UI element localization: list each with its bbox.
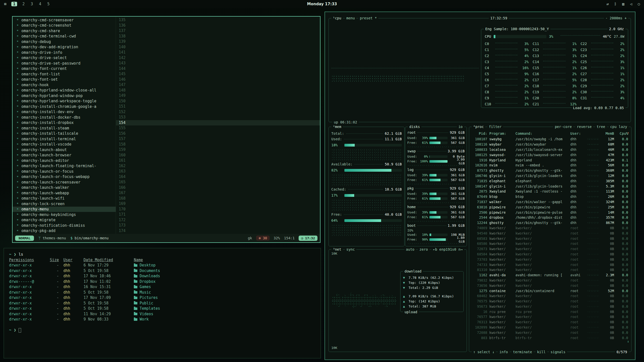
filetree-item[interactable]: * omarchy-launch-screensaver [13,179,116,185]
scroll-up-indicator[interactable]: ↑ [627,131,629,135]
process-row[interactable]: 68584 kworker/ kworker/ root 0B 0.0 [471,252,630,257]
process-row[interactable]: 76313 kworker/ kworker/ root 0B 0.0 [471,320,630,325]
filetree-item[interactable]: * omarchy-dev-add-migration [13,44,116,50]
filetree-item[interactable]: * omarchy-launch-browser [13,153,116,158]
process-row[interactable]: 12244 ghostty /usr/bin/ghostty --gtk- dh… [471,220,630,225]
process-row[interactable]: 108147 glycin-i /usr/lib/glycin-loaders … [471,184,630,189]
filetree-item[interactable]: * omarchy-install-tailscale [13,131,116,137]
filetree-item[interactable]: * omarchy-launch-about [13,147,116,153]
filetree-item[interactable]: * omarchy-install-docker-dbs [13,115,116,120]
process-row[interactable]: 87649 btop btop dhh 26M 0.0 [471,194,630,199]
info-button[interactable]: info [498,350,509,354]
interface-selector[interactable]: ←b enp191s0 n→ [431,247,464,252]
process-row[interactable]: 102099 kworker/ kworker/ root 0B 0.0 [471,325,630,330]
filetree-item[interactable]: * omarchy-install-dev-env [13,109,116,115]
filetree-item[interactable]: * omarchy-install-chromium-google-a [13,104,116,109]
workspace-button[interactable]: 5 [47,2,50,6]
process-row[interactable]: 108116 waybar /usr/bin/waybar dhh 68M 0.… [471,142,630,147]
col-user[interactable]: User: [570,131,585,135]
process-row[interactable]: 1916 Hyprland Hyprland dhh 423M 0.1 [471,157,630,163]
filetree-item[interactable]: * omarchy-hook [13,82,116,88]
auto-button[interactable]: auto [405,247,416,252]
filetree-item[interactable]: * omarchy-launch-walker [13,185,116,191]
filetree-item[interactable]: * omarchy-install-dropbox [13,120,116,126]
filetree-item[interactable]: * omarchy-menu-keybindings [13,212,116,217]
terminal-window[interactable]: ~ ❯ ls Permissions Size User Date Modifi… [4,248,321,358]
app-menu-icon[interactable]: ⊞ [4,0,6,8]
io-mode-button[interactable]: io [457,124,464,129]
filetree-item[interactable]: * omarchy-pkg-add [13,228,116,234]
filter-button[interactable]: filter [487,124,503,129]
process-row[interactable]: 71835 elephant elephant dhh 385M 0.0 [471,178,630,184]
process-row[interactable]: 76575 kworker/ kworker/ root 0B 0.0 [471,299,630,304]
power-icon[interactable]: ○ [638,0,640,8]
sync-button[interactable]: sync [345,247,356,252]
process-row[interactable]: 74733 kworker/ kworker/ root 0B 0.0 [471,262,630,267]
proc-box-label[interactable]: ⁴proc [472,124,485,129]
process-row[interactable]: 79032 kworker/ kworker/ root 0B 0.0 [471,278,630,283]
process-row[interactable]: 73703 kworker/ kworker/ root 0B 0.0 [471,257,630,262]
filetree-item[interactable]: * omarchy-launch-editor [13,158,116,163]
screencast-icon[interactable]: ⇄ [607,0,609,8]
filetree-item[interactable]: * omarchy-drive-set-password [13,61,116,66]
battery-icon[interactable]: ▥ [622,0,624,8]
zero-button[interactable]: zero [418,247,429,252]
filetree-item[interactable]: * omarchy-cmd-share [13,28,116,34]
process-row[interactable]: 2544 dropbox /home/dhh/.dropbox-dist dhh… [471,215,630,220]
process-row[interactable]: 68583 kworker/ kworker/ root 0B 0.0 [471,236,630,241]
col-command[interactable]: Command: [515,131,568,135]
filetree-item[interactable]: * omarchy-cmd-screensaver [13,17,116,23]
filetree-item[interactable]: * omarchy-launch-floating-terminal- [13,163,116,169]
process-row[interactable]: 81310 kworker/ kworker/ root 0B 0.0 [471,267,630,273]
filetree-item[interactable]: * omarchy-cmd-terminal-cwd [13,34,116,39]
filetree-item[interactable]: * omarchy-debug [13,39,116,44]
process-row[interactable]: 95673 kworker/ kworker/ root 0B 0.0 [471,304,630,309]
process-row[interactable]: 94540 kworker/ kworker/ root 0B 0.0 [471,231,630,236]
cpu-box-label[interactable]: ¹cpu [331,16,343,20]
filetree-item[interactable]: * omarchy-install-terminal [13,136,116,142]
filetree-item[interactable]: * omarchy-install-steam [13,125,116,131]
update-interval-button[interactable]: - 2000ms + [604,16,628,20]
filetree-item[interactable]: * omarchy-hyprland-workspace-toggle [13,99,116,104]
filetree-item[interactable]: * omarchy-font-current [13,66,116,72]
preset-button[interactable]: preset * [358,16,378,20]
filetree-item[interactable]: * omarchy-font-list [13,71,116,77]
scroll-down-indicator[interactable]: ↓ [627,339,629,343]
process-row[interactable]: 73656 kworker/ kworker/ root 0B 0.0 [471,283,630,288]
process-row[interactable]: 108107 swaybg /usr/bin/swaybg -i /hom dh… [471,137,630,142]
process-row[interactable]: 2506 pipewire /usr/bin/pipewire-pulse dh… [471,210,630,215]
process-row[interactable]: 108033 localsea /usr/lib/localsearch-ex … [471,147,630,152]
process-row[interactable]: 72088 kworker/ kworker/ root 0B 0.0 [471,330,630,335]
process-row[interactable]: 68586 kworker/ kworker/ root 0B 0.0 [471,241,630,246]
process-row[interactable]: 803 btrfs-tr btrfs-tr root 0B 0.0 [471,335,630,340]
col-cpu[interactable]: Cpu% [616,131,628,135]
net-box-label[interactable]: ³net [331,247,343,252]
filetree-item[interactable]: * omarchy-notification-dismiss [13,223,116,228]
filetree-item[interactable]: * omarchy-cmd-screenshot [13,23,116,28]
process-row[interactable]: 108125 swayosd- /usr/lib/swayosd-server … [471,152,630,157]
menu-button[interactable]: menu [345,16,356,20]
process-row[interactable]: 63816 pipewire /usr/bin/pipewire dhh 25M… [471,204,630,210]
per-core-button[interactable]: per-core [553,124,573,129]
workspace-button[interactable]: 4 [38,2,42,6]
filetree-item[interactable]: * omarchy-menu [13,207,116,212]
process-row[interactable]: 68402 kworker/ kworker/ root 0B 0.0 [471,293,630,299]
filetree-item[interactable]: * omarchy-migrate [13,217,116,223]
process-row[interactable]: 87573 ghostty /usr/bin/ghostty --gtk- dh… [471,168,630,173]
process-row[interactable]: 2075 Xwayland Xwayland :1 -rootless - dh… [471,189,630,194]
disks-box-label[interactable]: disks [408,124,421,129]
filetree-item[interactable]: * omarchy-drive-select [13,55,116,61]
workspace-button[interactable]: 1 [11,2,17,6]
signals-button[interactable]: signals [549,350,567,354]
col-mem[interactable]: MemB [601,131,614,135]
process-row[interactable]: 102616 nvim nvim --embed . dhh 56M 0.0 [471,163,630,168]
tree-button[interactable]: tree [595,124,607,129]
filetree-item[interactable]: * omarchy-font-set [13,77,116,82]
reverse-button[interactable]: reverse [575,124,593,129]
col-program[interactable]: Program: [489,131,513,135]
workspace-button[interactable]: 3 [30,2,34,6]
process-row[interactable]: 1275 containe /usr/bin/containerd root 5… [471,288,630,293]
workspace-button[interactable]: 2 [22,2,25,6]
filetree-item[interactable]: * omarchy-hyprland-window-pop [13,93,116,99]
process-row[interactable]: 71837 walker /usr/bin/walker --gappl dhh… [471,199,630,205]
